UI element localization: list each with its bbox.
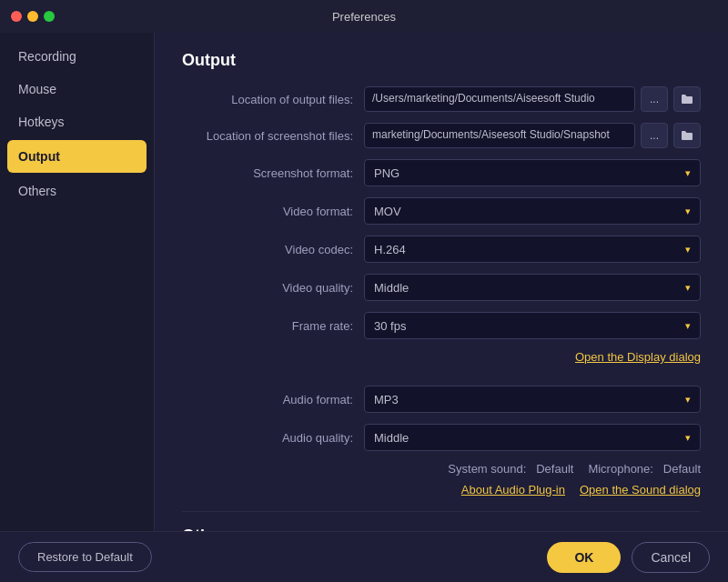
output-location-control: /Users/marketing/Documents/Aiseesoft Stu… [364,86,701,112]
sidebar-item-others[interactable]: Others [0,175,154,207]
output-location-dots-btn[interactable]: ... [641,86,668,112]
main-container: Recording Mouse Hotkeys Output Others Ou… [0,33,728,531]
chevron-down-icon: ▾ [685,320,691,332]
audio-quality-dropdown[interactable]: Middle ▾ [364,424,701,451]
output-location-input[interactable]: /Users/marketing/Documents/Aiseesoft Stu… [364,86,635,112]
audio-quality-label: Audio quality: [182,431,364,445]
video-quality-control: Middle ▾ [364,274,701,301]
sidebar: Recording Mouse Hotkeys Output Others [0,33,155,531]
screenshot-location-input[interactable]: marketing/Documents/Aiseesoft Studio/Sna… [364,123,635,148]
audio-quality-control: Middle ▾ [364,424,701,451]
chevron-down-icon: ▾ [685,282,691,294]
video-codec-value: H.264 [374,243,406,256]
chevron-down-icon: ▾ [685,432,691,444]
window-title: Preferences [332,10,396,24]
sidebar-item-hotkeys[interactable]: Hotkeys [0,105,154,138]
audio-format-dropdown[interactable]: MP3 ▾ [364,386,701,413]
screenshot-format-row: Screenshot format: PNG ▾ [182,159,701,186]
traffic-lights [11,11,55,22]
frame-rate-control: 30 fps ▾ [364,312,701,339]
screenshot-format-value: PNG [374,166,399,180]
video-quality-row: Video quality: Middle ▾ [182,274,701,301]
audio-quality-value: Middle [374,431,409,445]
microphone-label: Microphone: Default [588,462,701,476]
video-quality-value: Middle [374,281,409,295]
close-button[interactable] [11,11,22,22]
video-codec-control: H.264 ▾ [364,236,701,263]
video-format-control: MOV ▾ [364,197,701,225]
frame-rate-label: Frame rate: [182,319,364,333]
output-location-label: Location of output files: [182,93,364,106]
display-dialog-row: Open the Display dialog [182,350,701,364]
sidebar-item-output[interactable]: Output [7,140,147,173]
video-quality-dropdown[interactable]: Middle ▾ [364,274,701,301]
system-sound-label: System sound: Default [448,462,573,476]
video-format-row: Video format: MOV ▾ [182,197,701,225]
open-sound-dialog-link[interactable]: Open the Sound dialog [580,483,701,497]
video-quality-label: Video quality: [182,281,364,295]
sidebar-item-recording[interactable]: Recording [0,40,154,73]
minimize-button[interactable] [27,11,38,22]
chevron-down-icon: ▾ [685,206,691,217]
screenshot-location-label: Location of screenshot files: [182,129,364,143]
bottom-bar: Restore to Default OK Cancel [0,531,728,582]
audio-links-row: About Audio Plug-in Open the Sound dialo… [182,483,701,497]
output-section-title: Output [182,51,701,70]
screenshot-format-dropdown[interactable]: PNG ▾ [364,159,701,186]
chevron-down-icon: ▾ [685,167,691,179]
folder-icon [681,94,693,105]
frame-rate-value: 30 fps [374,319,406,333]
screenshot-format-label: Screenshot format: [182,166,364,180]
system-sound-microphone-row: System sound: Default Microphone: Defaul… [182,462,701,476]
audio-format-label: Audio format: [182,393,364,406]
title-bar: Preferences [0,0,728,33]
screenshot-location-folder-btn[interactable] [673,123,701,148]
video-codec-label: Video codec: [182,243,364,256]
screenshot-format-control: PNG ▾ [364,159,701,186]
output-location-row: Location of output files: /Users/marketi… [182,86,701,112]
ok-button[interactable]: OK [547,542,621,573]
spacer [182,376,701,386]
output-location-folder-btn[interactable] [673,86,701,112]
about-audio-plugin-link[interactable]: About Audio Plug-in [461,483,565,497]
content-area: Output Location of output files: /Users/… [155,33,728,531]
video-codec-row: Video codec: H.264 ▾ [182,236,701,263]
section-divider [182,511,701,512]
cancel-button[interactable]: Cancel [632,542,710,573]
screenshot-location-row: Location of screenshot files: marketing/… [182,123,701,148]
bottom-right-buttons: OK Cancel [547,542,710,573]
audio-format-control: MP3 ▾ [364,386,701,413]
video-format-value: MOV [374,205,401,218]
maximize-button[interactable] [44,11,55,22]
folder-icon [681,130,693,141]
restore-default-button[interactable]: Restore to Default [18,542,152,572]
chevron-down-icon: ▾ [685,244,691,256]
open-display-dialog-link[interactable]: Open the Display dialog [575,350,701,364]
audio-format-value: MP3 [374,393,399,406]
screenshot-location-dots-btn[interactable]: ... [641,123,668,148]
audio-format-row: Audio format: MP3 ▾ [182,386,701,413]
screenshot-location-control: marketing/Documents/Aiseesoft Studio/Sna… [364,123,701,148]
audio-quality-row: Audio quality: Middle ▾ [182,424,701,451]
sidebar-item-mouse[interactable]: Mouse [0,73,154,105]
chevron-down-icon: ▾ [685,394,691,406]
frame-rate-row: Frame rate: 30 fps ▾ [182,312,701,339]
video-format-dropdown[interactable]: MOV ▾ [364,197,701,225]
frame-rate-dropdown[interactable]: 30 fps ▾ [364,312,701,339]
video-format-label: Video format: [182,205,364,218]
video-codec-dropdown[interactable]: H.264 ▾ [364,236,701,263]
